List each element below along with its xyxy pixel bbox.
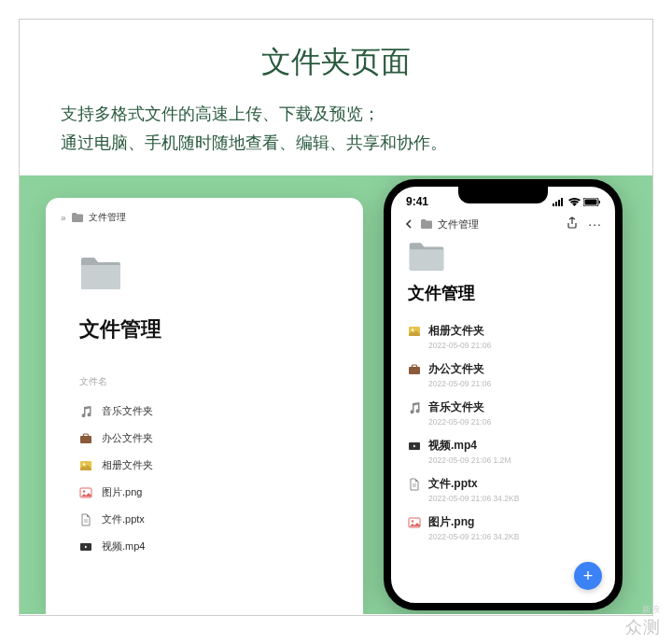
file-label: 视频.mp4 [102,539,145,553]
status-icons [553,198,600,206]
battery-icon [583,198,600,206]
music-icon [408,401,421,414]
back-icon[interactable] [404,218,415,230]
watermark-small: 新浪 [625,604,661,616]
album-icon [79,459,92,472]
promo-heading: 文件夹页面 [20,42,652,83]
image-icon [79,486,92,499]
file-label: 音乐文件夹 [428,399,484,415]
svg-rect-12 [585,199,597,204]
folder-mini-icon [72,213,83,222]
phone-title: 文件管理 [408,282,598,304]
file-label: 图片.png [102,485,142,499]
promo-frame: 文件夹页面 支持多格式文件的高速上传、下载及预览； 通过电脑、手机随时随地查看、… [19,19,653,616]
svg-rect-17 [413,365,417,368]
file-label: 文件.pptx [428,476,478,492]
file-row[interactable]: 音乐文件夹2022-05-09 21:06 [408,394,598,432]
desktop-breadcrumb[interactable]: » 文件管理 [46,211,363,231]
desktop-column-header: 文件名 [79,375,329,388]
file-meta: 2022-05-09 21:06 [408,341,598,350]
svg-point-5 [83,490,85,492]
promo-subheading: 支持多格式文件的高速上传、下载及预览； 通过电脑、手机随时随地查看、编辑、共享和… [61,100,611,157]
doc-icon [79,513,92,526]
svg-rect-7 [553,203,554,206]
file-label: 视频.mp4 [428,438,477,454]
subheading-line: 通过电脑、手机随时随地查看、编辑、共享和协作。 [61,129,611,158]
file-meta: 2022-05-09 21:06 34.2KB [408,494,598,503]
svg-rect-1 [84,434,89,437]
file-meta: 2022-05-09 21:06 [408,379,598,388]
video-icon [408,440,421,453]
file-label: 相册文件夹 [102,458,153,472]
breadcrumb-label: 文件管理 [89,211,126,224]
file-row[interactable]: 文件.pptx2022-05-09 21:06 34.2KB [408,470,598,509]
file-row[interactable]: 视频.mp4 [79,533,329,560]
share-icon[interactable] [566,217,579,231]
status-time: 9:41 [406,195,428,208]
svg-rect-10 [561,198,563,206]
folder-large-icon [79,256,122,291]
doc-icon [408,478,421,491]
desktop-title: 文件管理 [79,315,329,343]
file-row[interactable]: 文件.pptx [79,506,329,533]
phone-notch [458,187,548,203]
desktop-mock: » 文件管理 文件管理 文件名 音乐文件夹办公文件夹相册文件夹图片.png文件.… [46,198,363,614]
file-row[interactable]: 相册文件夹2022-05-09 21:06 [408,317,598,356]
file-row[interactable]: 相册文件夹 [79,452,329,479]
file-row[interactable]: 图片.png [79,479,329,506]
file-label: 相册文件夹 [428,323,484,339]
music-icon [79,405,92,418]
file-row[interactable]: 办公文件夹 [79,425,329,452]
briefcase-icon [79,432,92,445]
file-label: 办公文件夹 [428,361,484,377]
watermark-large: 众测 [625,618,661,637]
file-row[interactable]: 办公文件夹2022-05-09 21:06 [408,356,598,394]
fab-add-button[interactable]: + [574,562,602,590]
file-row[interactable]: 视频.mp42022-05-09 21:06 1.2M [408,432,598,470]
svg-point-3 [83,463,85,465]
file-row[interactable]: 音乐文件夹 [79,398,329,425]
file-label: 办公文件夹 [102,431,153,445]
stage: » 文件管理 文件管理 文件名 音乐文件夹办公文件夹相册文件夹图片.png文件.… [20,175,652,614]
file-label: 音乐文件夹 [102,404,153,418]
file-meta: 2022-05-09 21:06 1.2M [408,455,598,465]
phone-breadcrumb-label: 文件管理 [438,217,479,231]
video-icon [79,540,92,553]
phone-file-list: 相册文件夹2022-05-09 21:06办公文件夹2022-05-09 21:… [408,317,598,547]
svg-point-15 [412,329,413,330]
file-meta: 2022-05-09 21:06 34.2KB [408,532,598,541]
file-label: 图片.png [428,514,474,530]
folder-mini-icon [421,219,432,229]
file-label: 文件.pptx [102,512,145,526]
subheading-line: 支持多格式文件的高速上传、下载及预览； [61,100,611,129]
folder-large-icon [408,241,598,273]
chevrons-icon: » [61,213,66,223]
album-icon [408,325,421,338]
svg-rect-13 [599,201,601,203]
svg-rect-8 [555,202,557,206]
image-icon [408,516,421,529]
desktop-file-list: 音乐文件夹办公文件夹相册文件夹图片.png文件.pptx视频.mp4 [79,398,329,560]
wifi-icon [568,198,581,206]
file-row[interactable]: 图片.png2022-05-09 21:06 34.2KB [408,509,598,547]
signal-icon [553,198,566,206]
briefcase-icon [408,363,421,376]
phone-nav: 文件管理 ··· [391,211,615,233]
svg-rect-9 [558,200,560,206]
more-icon[interactable]: ··· [588,217,602,231]
phone-mock: 9:41 文件管理 [384,179,623,610]
watermark: 新浪 众测 [625,604,661,638]
svg-point-20 [412,520,413,522]
file-meta: 2022-05-09 21:06 [408,417,598,427]
